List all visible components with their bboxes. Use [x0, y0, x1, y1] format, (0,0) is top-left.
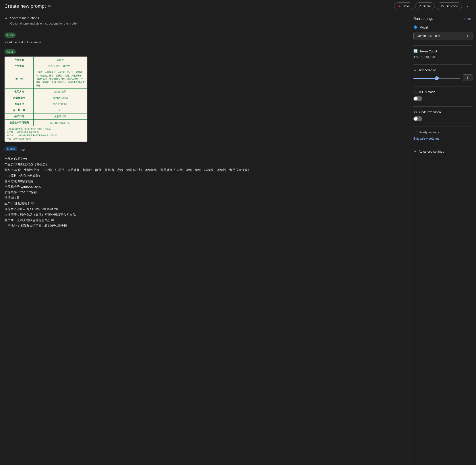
advanced-settings-section: ▼ Advanced settings [413, 149, 473, 154]
divider-3 [413, 86, 473, 86]
header-title-area: Create new prompt ✏ [4, 3, 394, 9]
response-line: 生产商：上海天香绿色食品有限公司 [4, 217, 405, 223]
model-label: 🔷 Model [413, 25, 473, 29]
response-line: 食品生产许可证号 SC12431011501794 [4, 206, 405, 212]
share-button[interactable]: ↗ Share [415, 2, 435, 10]
code-icon: </> [440, 5, 444, 8]
model-icon: 🔷 [413, 25, 418, 29]
json-mode-toggle-thumb [414, 97, 418, 100]
safety-settings-label: 🛡 Safety settings [413, 130, 473, 134]
table-row: 贮存条件 0°C-10°C保存 [5, 101, 87, 107]
divider-1 [413, 45, 473, 46]
model-badge: Model [4, 146, 18, 151]
table-cell-header: 食用方法 [5, 89, 34, 95]
get-code-button[interactable]: </> Get code [437, 2, 462, 10]
json-mode-section: { } JSON mode [413, 90, 473, 101]
right-panel: Run settings Reset 🔷 Model Gemini 1.5 Fl… [410, 12, 476, 465]
left-panel: ▲ System Instructions Optional tone and … [0, 12, 410, 465]
system-instructions-header[interactable]: ▲ System Instructions [4, 16, 405, 20]
temperature-control: 1 [413, 74, 473, 81]
token-count-value: 479 / 1,048,576 [413, 55, 473, 59]
table-cell-header: 产品类型 [5, 63, 34, 69]
run-settings-title: Run settings [413, 17, 433, 21]
table-row: 食品生产许可证号 SC12431011501794 [5, 120, 87, 126]
response-line: 产品标准号 Q/BBAJ0004S [4, 184, 405, 190]
get-code-label: Get code [445, 4, 458, 8]
json-mode-toggle-container [413, 96, 473, 101]
share-icon: ↗ [419, 4, 421, 8]
table-cell-content: Q/BBAJ0004S [34, 95, 87, 101]
table-cell-content: 0°C-10°C保存 [34, 101, 87, 107]
chevron-down-icon: ▼ [413, 149, 417, 154]
chat-area: User Read the text in this image. User 产… [0, 29, 410, 236]
table-cell-content: SC12431011501794 [34, 120, 87, 126]
user-badge-1: User [4, 32, 16, 38]
table-cell-content: 见包装打印 [34, 114, 87, 120]
share-label: Share [423, 4, 431, 8]
token-count-label: 🔄 Token Count [413, 49, 473, 53]
model-dropdown[interactable]: Gemini 1.5 Flash ▼ [413, 32, 473, 40]
table-cell-ingredients: 小麦粉、生活饮用水、白砂糖、红小豆、麦芽糖浆、植物油、酵母、起酥油、淀粉、复配膨… [34, 69, 87, 89]
response-line: 产品类型 热加工糕点（其他类） [4, 162, 405, 167]
save-button[interactable]: 🔺 Save [394, 2, 414, 10]
response-line: 产品名称 豆沙包 [4, 156, 405, 162]
user-message-2: User 产品名称 豆沙包 产品类型 热加工糕点（其他类） [4, 49, 405, 142]
more-menu-icon[interactable]: ⋮ [464, 2, 472, 11]
model-response: Model 5.3s 产品名称 豆沙包 产品类型 热加工糕点（其他类） 配料 小… [4, 146, 405, 229]
safety-settings-section: 🛡 Safety settings Edit safety settings [413, 130, 473, 140]
temperature-slider[interactable] [413, 78, 460, 79]
code-execution-toggle-thumb [414, 117, 418, 121]
json-mode-toggle[interactable] [413, 96, 422, 101]
temperature-section: 🌡 Temperature 1 [413, 68, 473, 81]
response-line: 配料 小麦粉、生活饮用水、白砂糖、红小豆、麦芽糖浆、植物油、酵母、起酥油、淀粉、… [4, 167, 405, 173]
json-mode-title: JSON mode [419, 90, 435, 94]
table-cell-content: 加热后食用 [34, 89, 87, 95]
token-icon: 🔄 [413, 49, 418, 53]
code-execution-title: Code execution [419, 110, 441, 114]
table-cell-header: 保 质 期 [5, 107, 34, 114]
token-count-section: 🔄 Token Count 479 / 1,048,576 [413, 49, 473, 59]
right-panel-header: Run settings Reset [413, 17, 473, 21]
table-row: 食用方法 加热后食用 [5, 89, 87, 95]
response-line: （原料中含有小麦成分） [4, 173, 405, 179]
table-row: 产品名称 豆沙包 [5, 57, 87, 63]
dropdown-arrow-icon: ▼ [466, 34, 469, 38]
table-cell-content: 热加工糕点（其他类） [34, 63, 87, 69]
divider-4 [413, 106, 473, 107]
table-cell-header: 生产日期 [5, 114, 34, 120]
table-cell-header: 产品名称 [5, 57, 34, 63]
response-text: 产品名称 豆沙包 产品类型 热加工糕点（其他类） 配料 小麦粉、生活饮用水、白砂… [4, 156, 405, 229]
advanced-settings-header[interactable]: ▼ Advanced settings [413, 149, 473, 154]
table-cell-content: 4天 [34, 107, 87, 114]
chevron-up-icon: ▲ [4, 16, 8, 20]
response-line: 生产日期 见包装 打印 [4, 201, 405, 206]
code-execution-label: <> Code execution [413, 110, 473, 114]
edit-icon[interactable]: ✏ [48, 4, 51, 9]
model-selected: Gemini 1.5 Flash [417, 34, 440, 38]
main-layout: ▲ System Instructions Optional tone and … [0, 12, 476, 465]
system-instructions-title: System Instructions [10, 16, 39, 20]
response-line: 保质期 4天 [4, 195, 405, 201]
response-line: 上海清美女绿色食品（集团）有限公司旗下公司出品 [4, 212, 405, 217]
table-row: 配 料 小麦粉、生活饮用水、白砂糖、红小豆、麦芽糖浆、植物油、酵母、起酥油、淀粉… [5, 69, 87, 89]
table-cell-header: 产品标准号 [5, 95, 34, 101]
safety-settings-title: Safety settings [419, 130, 439, 134]
temperature-label: 🌡 Temperature [413, 68, 473, 72]
edit-safety-settings-link[interactable]: Edit safety settings [413, 137, 440, 140]
model-badge-area: Model 5.3s [4, 146, 405, 154]
page-title: Create new prompt [4, 3, 46, 9]
model-section: 🔷 Model Gemini 1.5 Flash ▼ [413, 25, 473, 40]
system-instructions-placeholder: Optional tone and style instructions for… [10, 22, 405, 25]
model-section-title: Model [420, 26, 428, 29]
reset-button[interactable]: Reset [464, 17, 473, 21]
code-execution-section: <> Code execution [413, 110, 473, 121]
code-icon: <> [413, 110, 418, 114]
label-image: 产品名称 豆沙包 产品类型 热加工糕点（其他类） 配 料 小麦粉、生活饮用水、白… [4, 56, 88, 142]
json-mode-label: { } JSON mode [413, 90, 473, 94]
table-row: 保 质 期 4天 [5, 107, 87, 114]
response-time: 5.3s [20, 148, 25, 151]
shield-icon: 🛡 [413, 130, 417, 134]
table-cell-header: 贮存条件 [5, 101, 34, 107]
code-execution-toggle[interactable] [413, 116, 422, 121]
app-header: Create new prompt ✏ 🔺 Save ↗ Share </> G… [0, 0, 476, 12]
